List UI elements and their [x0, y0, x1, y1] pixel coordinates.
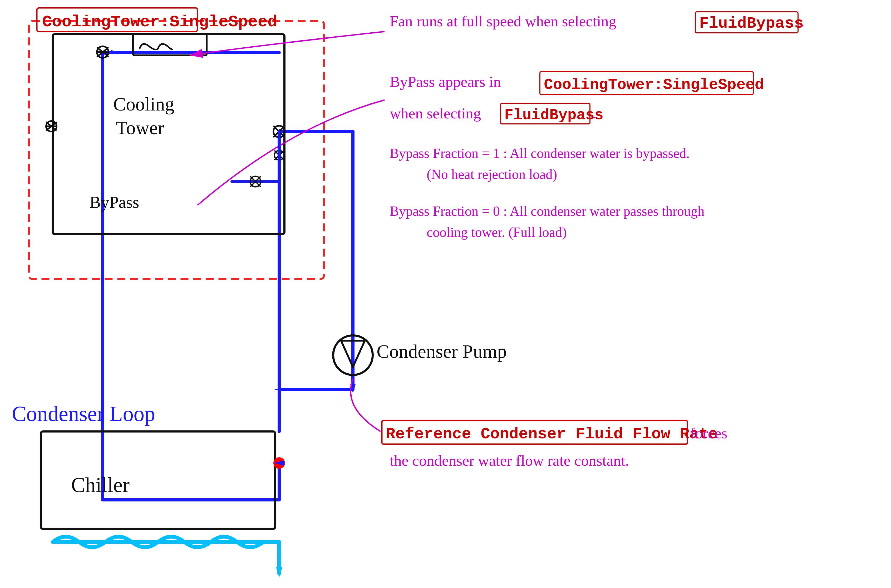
annotation-period2: .: [592, 105, 596, 122]
annotation-flow-rate-constant: the condenser water flow rate constant.: [390, 452, 629, 469]
annotation-bypass-fraction-1: Bypass Fraction = 1 : All condenser wate…: [390, 146, 689, 161]
arrow-to-pump: [351, 379, 381, 432]
bypass-label: ByPass: [90, 193, 139, 212]
annotation-no-heat-rejection: (No heat rejection load): [427, 167, 557, 182]
cooling-tower-label: Cooling: [113, 94, 175, 115]
annotation-bypass-fraction-0: Bypass Fraction = 0 : All condenser wate…: [390, 204, 704, 219]
condenser-loop-label: Condenser Loop: [12, 402, 155, 426]
cooling-tower-single-speed-inline: CoolingTower:SingleSpeed: [544, 76, 764, 93]
annotation-forces: forces: [690, 424, 727, 442]
annotation-full-load: cooling tower. (Full load): [427, 225, 566, 240]
condenser-pump-label: Condenser Pump: [376, 341, 507, 362]
annotation-fan-speed: Fan runs at full speed when selecting: [390, 13, 616, 30]
annotation-bypass-appears: ByPass appears in: [390, 73, 501, 90]
reference-flow-rate-label: Reference Condenser Fluid Flow Rate: [386, 425, 718, 443]
fluid-bypass-label2: FluidBypass: [504, 107, 604, 124]
arrow-to-bypass: [197, 100, 385, 205]
annotation-period1: .: [801, 13, 805, 30]
fluid-bypass-label1: FluidBypass: [699, 15, 804, 32]
cooling-tower-single-speed-label: CoolingTower:SingleSpeed: [42, 13, 277, 31]
annotation-when-selecting: when selecting: [390, 105, 481, 122]
cyan-arrow-down: [276, 567, 282, 578]
chiller-label: Chiller: [71, 473, 129, 496]
fan-symbol: [140, 44, 172, 50]
cooling-tower-label2: Tower: [116, 117, 164, 138]
cooling-tower-box: [53, 34, 284, 234]
